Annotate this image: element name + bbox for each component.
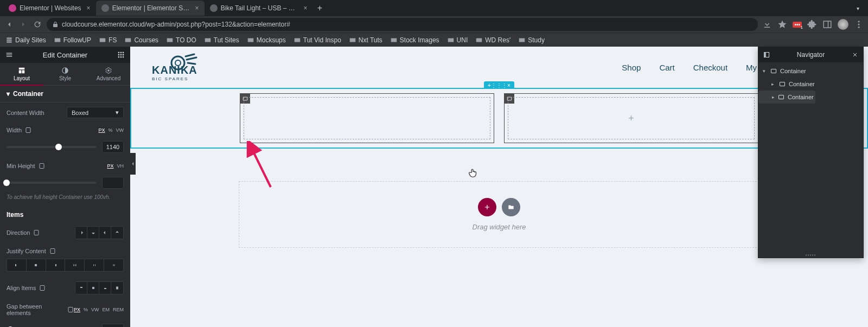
bookmark[interactable]: FollowUP [54,36,91,44]
install-icon[interactable] [762,20,772,29]
bookmarks-bar: Daily Sites FollowUP FS Courses TO DO Tu… [0,33,868,47]
unit-px[interactable]: PX [107,163,113,169]
url-input[interactable]: cloudcourse.elementor.cloud/wp-admin/pos… [47,18,758,31]
inner-container-right[interactable]: + [504,93,758,143]
bookmark[interactable]: UNI [447,36,468,44]
dir-row-rev[interactable] [99,227,111,239]
align-stretch[interactable] [111,282,123,294]
container-selected[interactable]: + ⋮⋮⋮ × + [130,88,868,149]
bookmark[interactable]: FS [99,36,117,44]
min-height-slider[interactable] [0,174,130,194]
justify-end[interactable] [46,259,66,271]
drop-zone[interactable]: Drag widget here [239,181,760,248]
tree-item-container[interactable]: ▸Container [758,91,815,104]
svg-rect-19 [780,82,785,86]
bookmark[interactable]: Study [518,36,545,44]
row-gap: Gap between elements PX%VWEMREM [0,299,130,320]
side-panel-icon[interactable] [822,20,832,29]
profile-avatar[interactable] [838,19,848,30]
tree-item-container[interactable]: ▸Container [758,78,863,91]
extension-badge[interactable]: •••1 [793,22,802,28]
section-container[interactable]: ▾Container [0,86,130,102]
align-start[interactable] [75,282,87,294]
tab-layout[interactable]: Layout [0,63,43,86]
back-button[interactable] [4,20,14,29]
row-content-width: Content Width Boxed▾ [0,102,130,123]
cursor-icon [467,167,479,179]
dock-icon[interactable] [763,51,770,59]
nav-link[interactable]: Checkout [693,63,727,72]
bookmark[interactable]: Stock Images [390,36,439,44]
width-slider[interactable]: 1140 [0,138,130,158]
menu-icon[interactable] [854,20,864,29]
unit-vh[interactable]: VH [117,163,124,169]
gap-input[interactable]: 20 [102,324,124,327]
bookmark[interactable]: Tut Vid Inspo [293,36,341,44]
bookmark[interactable]: WD Res' [475,36,510,44]
star-icon[interactable] [777,20,787,29]
chrome-tab[interactable]: Bike Tail Light – USB – Kanika B × [205,1,313,16]
content-width-select[interactable]: Boxed▾ [67,107,124,118]
responsive-icon[interactable] [39,285,46,291]
hamburger-icon[interactable] [5,50,14,59]
responsive-icon[interactable] [39,163,45,169]
plus-icon[interactable]: + [628,113,634,124]
tab-advanced[interactable]: Advanced [87,63,130,86]
dir-col[interactable] [87,227,99,239]
justify-start[interactable] [7,259,27,271]
min-height-input[interactable] [102,177,124,189]
svg-rect-7 [34,230,39,235]
bookmark[interactable]: Mocksups [247,36,286,44]
unit-vw[interactable]: VW [116,127,124,133]
nav-link[interactable]: Cart [659,63,674,72]
new-tab-button[interactable]: + [313,3,327,13]
unit-pct[interactable]: % [108,127,112,133]
justify-evenly[interactable] [104,259,123,271]
close-icon[interactable] [851,51,859,59]
chevron-down-icon[interactable]: ▾ [857,5,859,11]
justify-between[interactable] [65,259,85,271]
svg-rect-9 [40,286,44,291]
forward-button[interactable] [18,20,28,29]
responsive-icon[interactable] [25,127,31,133]
responsive-icon[interactable] [67,306,74,313]
responsive-icon[interactable] [49,248,56,254]
bookmark[interactable]: TO DO [166,36,196,44]
close-icon[interactable]: × [195,4,199,12]
row-align: Align Items [0,277,130,299]
panel-title: Edit Container [43,51,87,59]
drag-handle-icon[interactable]: ⋮⋮⋮ [496,82,502,88]
inner-container-left[interactable] [240,93,494,143]
close-icon[interactable]: × [304,4,308,12]
bookmark[interactable]: Tut Sites [204,36,239,44]
tree-item-container[interactable]: ▾Container [758,65,863,78]
chrome-tab[interactable]: Elementor | Elementor Single P × [96,1,205,16]
extensions-icon[interactable] [807,20,817,29]
bookmark[interactable]: Nxt Tuts [349,36,382,44]
close-icon[interactable]: × [506,82,512,88]
dir-col-rev[interactable] [111,227,123,239]
unit-px[interactable]: PX [98,127,105,133]
bookmark[interactable]: Daily Sites [5,36,46,44]
gap-slider[interactable]: 20 [0,320,130,327]
panel-collapse-button[interactable] [130,153,136,175]
align-center[interactable] [87,282,99,294]
reload-button[interactable] [33,20,42,29]
chrome-tab[interactable]: Elementor | Websites × [3,1,96,16]
close-icon[interactable]: × [87,4,91,12]
nav-link[interactable]: Shop [622,63,641,72]
template-button[interactable] [502,198,520,216]
responsive-icon[interactable] [33,229,40,236]
justify-around[interactable] [85,259,104,271]
tab-style[interactable]: Style [43,63,87,86]
align-end[interactable] [99,282,111,294]
justify-center[interactable] [27,259,46,271]
resize-handle[interactable] [758,252,863,258]
add-section-button[interactable] [478,198,496,216]
site-logo[interactable]: KANIKA BIC SPARES [152,53,212,81]
bookmark[interactable]: Courses [124,36,158,44]
grid-icon[interactable] [117,50,125,59]
dir-row[interactable] [75,227,87,239]
navigator-header[interactable]: Navigator [758,47,863,62]
width-input[interactable]: 1140 [102,141,124,153]
